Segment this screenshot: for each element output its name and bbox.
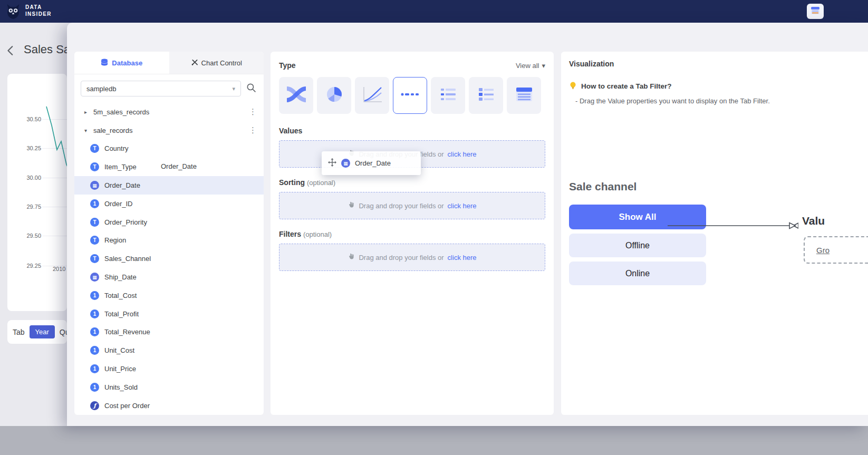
field-row-cost-per-order[interactable]: ƒ Cost per Order — [74, 396, 264, 415]
annotation-group-link[interactable]: Gro — [816, 246, 830, 255]
field-label: Total_Profit — [104, 310, 139, 318]
field-row-total-cost[interactable]: 1 Total_Cost — [74, 286, 264, 305]
field-row-total-revenue[interactable]: 1 Total_Revenue — [74, 323, 264, 342]
field-row-country[interactable]: T Country — [74, 140, 264, 158]
tab-granularity-tab[interactable]: Tab — [13, 328, 25, 336]
number-field-icon: 1 — [90, 364, 99, 373]
sorting-section-label: Sorting (optional) — [279, 178, 545, 187]
text-field-icon: T — [90, 144, 99, 153]
chart-type-tab-filter[interactable] — [393, 77, 427, 114]
field-row-region[interactable]: T Region — [74, 231, 264, 250]
field-row-order-priority[interactable]: T Order_Priority — [74, 213, 264, 231]
background-line-chart: 30.50 30.25 30.00 29.75 29.50 29.25 2010 — [7, 74, 67, 311]
dropzone-text: Drag and drop your fields or — [359, 202, 443, 210]
tab-chart-control[interactable]: Chart Control — [169, 52, 264, 74]
chart-type-pie[interactable] — [317, 77, 351, 114]
top-navbar: DATA INSIDER — [0, 0, 868, 23]
hand-drag-icon — [348, 253, 355, 262]
sankey-chart-icon — [286, 85, 307, 106]
field-row-order-id[interactable]: 1 Order_ID — [74, 195, 264, 213]
hand-drag-icon — [348, 201, 355, 210]
list-icon — [438, 85, 459, 106]
table-row-5m-sales-records[interactable]: ▸ 5m_sales_records ⋮ — [74, 103, 264, 121]
tab-database[interactable]: Database — [74, 52, 169, 74]
tab-chart-control-label: Chart Control — [201, 59, 242, 67]
chart-config-panel: Type View all ▾ — [271, 52, 554, 415]
checklist-icon — [476, 85, 497, 106]
field-label: Total_Cost — [104, 292, 137, 299]
view-all-button[interactable]: View all ▾ — [516, 62, 545, 70]
field-row-ship-date[interactable]: ▦ Ship_Date — [74, 268, 264, 286]
filters-section-label: Filters (optional) — [279, 230, 545, 238]
field-label: Country — [104, 144, 129, 152]
chart-type-sankey[interactable] — [279, 77, 313, 114]
expand-arrow-icon[interactable]: ▸ — [84, 109, 92, 115]
filters-dropzone[interactable]: Drag and drop your fields or click here — [279, 244, 545, 271]
line-chart-icon — [362, 85, 383, 106]
back-button[interactable] — [6, 45, 16, 58]
date-field-icon: ▦ — [90, 273, 99, 282]
number-field-icon: 1 — [90, 199, 99, 208]
chart-type-list[interactable] — [431, 77, 465, 114]
drag-ghost-card[interactable]: ▦ Order_Date — [322, 151, 421, 175]
field-row-total-profit[interactable]: 1 Total_Profit — [74, 305, 264, 323]
dropzone-click-here-link[interactable]: click here — [448, 254, 477, 262]
field-label: Total_Revenue — [104, 328, 150, 336]
schema-tree: ▸ 5m_sales_records ⋮ ▾ sale_records ⋮ T … — [74, 103, 264, 415]
dropzone-click-here-link[interactable]: click here — [448, 202, 477, 210]
field-row-order-date[interactable]: ▦ Order_Date — [74, 176, 264, 195]
table-label: sale_records — [93, 127, 249, 134]
chart-type-line[interactable] — [355, 77, 389, 114]
visualization-panel: Visualization How to create a Tab Filter… — [561, 52, 868, 415]
chart-type-table[interactable] — [507, 77, 541, 114]
table-row-sale-records[interactable]: ▾ sale_records ⋮ — [74, 121, 264, 140]
field-row-sales-channel[interactable]: T Sales_Channel — [74, 249, 264, 268]
field-row-units-sold[interactable]: 1 Units_Sold — [74, 378, 264, 396]
granularity-switcher: Tab Year Qu — [7, 320, 67, 344]
search-icon[interactable] — [246, 83, 256, 95]
kebab-menu-icon[interactable]: ⋮ — [249, 125, 257, 135]
dropzone-click-here-link[interactable]: click here — [448, 150, 477, 158]
y-axis-tick: 30.50 — [7, 116, 41, 122]
optional-label: (optional) — [303, 230, 332, 238]
optional-label: (optional) — [307, 179, 335, 187]
database-panel: Database Chart Control sampledb ▾ — [74, 52, 264, 415]
tab-granularity-year[interactable]: Year — [30, 325, 55, 338]
table-grid-icon — [811, 6, 820, 17]
chart-type-checklist[interactable] — [469, 77, 503, 114]
dashed-line-icon — [400, 85, 421, 106]
field-label: Unit_Price — [104, 365, 136, 373]
function-field-icon: ƒ — [90, 401, 99, 410]
tab-database-label: Database — [112, 59, 142, 67]
y-axis-tick: 30.25 — [7, 145, 41, 151]
y-axis-tick: 30.00 — [7, 175, 41, 181]
datasource-select[interactable]: sampledb ▾ — [81, 81, 241, 96]
chevron-down-icon: ▾ — [542, 62, 545, 70]
page-lower-area — [0, 426, 868, 455]
field-row-unit-cost[interactable]: 1 Unit_Cost — [74, 341, 264, 360]
text-field-icon: T — [90, 162, 99, 171]
field-label: Ship_Date — [104, 273, 137, 281]
dashboard-grid-button[interactable] — [807, 4, 824, 19]
collapse-arrow-icon[interactable]: ▾ — [84, 128, 92, 133]
field-label: Sales_Channel — [104, 255, 151, 263]
annotation-group-box: Gro — [804, 236, 868, 264]
kebab-menu-icon[interactable]: ⋮ — [249, 107, 257, 117]
filter-button-offline[interactable]: Offline — [569, 234, 706, 257]
database-icon — [101, 59, 108, 67]
field-label: Order_ID — [104, 200, 132, 208]
date-field-icon: ▦ — [341, 159, 350, 168]
field-row-unit-price[interactable]: 1 Unit_Price — [74, 360, 264, 378]
tab-filter-preview: Show All Offline Online — [569, 205, 706, 285]
sorting-dropzone[interactable]: Drag and drop your fields or click here — [279, 192, 545, 219]
number-field-icon: 1 — [90, 346, 99, 355]
y-axis-tick: 29.50 — [7, 233, 41, 239]
filter-button-online[interactable]: Online — [569, 262, 706, 285]
field-label: Cost per Order — [104, 402, 150, 410]
annotation-arrow — [666, 219, 798, 232]
drag-ghost-label: Order_Date — [355, 159, 391, 167]
datasource-value: sampledb — [86, 85, 116, 93]
date-field-icon: ▦ — [90, 181, 99, 190]
text-field-icon: T — [90, 236, 99, 245]
tip-row: How to create a Tab Filter? — [569, 81, 868, 91]
